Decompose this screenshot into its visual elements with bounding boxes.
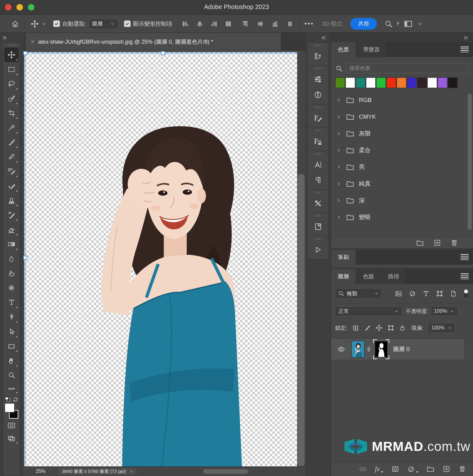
tool-crop[interactable] [4, 106, 19, 120]
auto-select-option[interactable]: 自動選取: 圖層 [53, 19, 118, 29]
expand-panels-icon[interactable] [463, 35, 469, 41]
foreground-color-swatch[interactable] [5, 403, 14, 412]
new-swatch-icon[interactable] [433, 239, 441, 247]
new-group-icon[interactable] [426, 465, 435, 473]
info-panel-icon[interactable] [311, 88, 325, 102]
home-button[interactable] [11, 20, 19, 28]
transform-handle-topcenter[interactable] [161, 51, 165, 55]
tool-rectangle[interactable] [4, 339, 19, 353]
tool-eyedropper[interactable] [4, 120, 19, 135]
share-button[interactable]: 共用 [350, 18, 377, 30]
lock-artboard-icon[interactable] [387, 324, 394, 331]
opacity-field[interactable]: 100% [431, 306, 458, 316]
tool-eraser[interactable] [4, 222, 19, 237]
delete-icon[interactable] [450, 239, 458, 247]
tool-quick-selection[interactable] [4, 91, 19, 106]
history-panel-icon[interactable] [311, 49, 325, 63]
swatch-group-deep[interactable]: 深 [331, 192, 473, 209]
tool-move[interactable] [4, 47, 19, 62]
show-transform-option[interactable]: 顯示變形控制項 [124, 20, 172, 28]
horizontal-scrollbar[interactable] [203, 469, 248, 474]
tab-layers[interactable]: 圖層 [331, 269, 356, 284]
move-tool-preset[interactable] [31, 20, 47, 28]
color-swatch[interactable] [417, 77, 427, 88]
tool-lasso[interactable] [4, 77, 19, 91]
tool-type[interactable] [4, 295, 19, 310]
lock-pixels-icon[interactable] [364, 324, 371, 331]
tool-sponge[interactable] [4, 280, 19, 295]
document-tab[interactable]: × alex-shaw-JUrbgfGBRvo-unsplash.jpg @ 2… [26, 33, 281, 51]
foreground-background-colors[interactable] [4, 403, 19, 419]
tool-blur[interactable] [4, 251, 19, 266]
swatch-group-pastel[interactable]: 柔合 [331, 142, 473, 159]
align-bottom-icon[interactable] [271, 20, 279, 28]
chevron-right-icon[interactable] [336, 131, 341, 136]
tab-swatches[interactable]: 色票 [331, 42, 356, 57]
swatch-group-darker[interactable]: 變暗 [331, 209, 473, 226]
transform-handle-leftmiddle[interactable] [23, 256, 27, 260]
transparent-canvas[interactable] [24, 52, 297, 466]
tool-marquee[interactable] [4, 62, 19, 77]
layer-visibility-toggle[interactable] [337, 345, 345, 353]
align-middle-icon[interactable] [257, 20, 264, 28]
fill-field[interactable]: 100% [428, 323, 455, 333]
tool-pencil[interactable] [4, 149, 19, 164]
tool-pen[interactable] [4, 310, 19, 324]
edit-toolbar-button[interactable] [4, 382, 19, 395]
swatch-group-light[interactable]: 亮 [331, 159, 473, 175]
brush-settings-panel-icon[interactable] [311, 111, 325, 125]
tool-history-brush[interactable] [4, 208, 19, 222]
toolbar-grip[interactable] [8, 44, 15, 46]
filter-type-icon[interactable] [422, 290, 430, 297]
vertical-scrollbar[interactable] [298, 174, 305, 466]
filter-shape-icon[interactable] [436, 290, 443, 297]
new-group-icon[interactable] [416, 239, 424, 247]
tool-clone-stamp[interactable] [4, 193, 19, 208]
layer-thumbnail[interactable] [351, 341, 364, 358]
swatch-group-grayscale[interactable]: 灰階 [331, 125, 473, 142]
panel-grip[interactable] [315, 106, 321, 108]
show-transform-checkbox[interactable] [124, 20, 131, 27]
tool-gradient[interactable] [4, 237, 19, 251]
clone-source-panel-icon[interactable] [311, 134, 325, 148]
layers-menu-icon[interactable] [461, 273, 469, 279]
filter-adjustment-icon[interactable] [409, 290, 416, 297]
zoom-level[interactable]: 25% [36, 469, 46, 474]
color-swatch[interactable] [335, 77, 345, 88]
panel-grip[interactable] [315, 192, 321, 193]
color-swatch[interactable] [366, 77, 376, 88]
lock-all-icon[interactable] [399, 325, 406, 331]
document-dimensions[interactable]: 3840 像素 x 5760 像素 (72 ppi) [58, 468, 138, 475]
tool-hand[interactable] [4, 353, 19, 368]
tool-zoom[interactable] [4, 368, 19, 382]
swatch-search-input[interactable]: 搜尋色票 [346, 63, 469, 73]
properties-panel-icon[interactable] [311, 73, 325, 86]
filter-smart-object-icon[interactable] [450, 290, 457, 297]
tool-presets-panel-icon[interactable] [311, 196, 325, 210]
chevron-right-icon[interactable] [336, 164, 341, 170]
swatches-menu-icon[interactable] [461, 46, 469, 52]
tab-brushes[interactable]: 筆刷 [331, 250, 356, 265]
collapse-panels-icon[interactable] [320, 35, 326, 41]
layer-row[interactable]: 圖層 0 [331, 339, 464, 359]
quick-mask-button[interactable] [4, 419, 19, 432]
filter-image-icon[interactable] [395, 290, 402, 298]
color-swatch[interactable] [448, 77, 457, 88]
screen-mode-button[interactable] [4, 432, 19, 445]
chevron-down-icon[interactable] [417, 21, 423, 27]
transform-edge-top[interactable] [24, 53, 297, 53]
transform-handle-topleft[interactable] [23, 51, 27, 55]
layer-name[interactable]: 圖層 0 [393, 345, 410, 353]
swatches-scrollbar[interactable] [468, 94, 472, 230]
chevron-right-icon[interactable] [336, 198, 341, 203]
tool-path-selection[interactable] [4, 324, 19, 339]
new-layer-icon[interactable] [443, 465, 450, 473]
swatch-group-rgb[interactable]: RGB [331, 92, 473, 108]
panel-grip[interactable] [315, 153, 321, 155]
auto-select-checkbox[interactable] [53, 20, 60, 27]
color-swatch[interactable] [376, 77, 386, 88]
tool-smudge[interactable] [4, 266, 19, 280]
close-tab-icon[interactable]: × [31, 38, 34, 45]
chevron-right-icon[interactable] [336, 181, 341, 187]
default-colors-icon[interactable] [4, 396, 11, 403]
